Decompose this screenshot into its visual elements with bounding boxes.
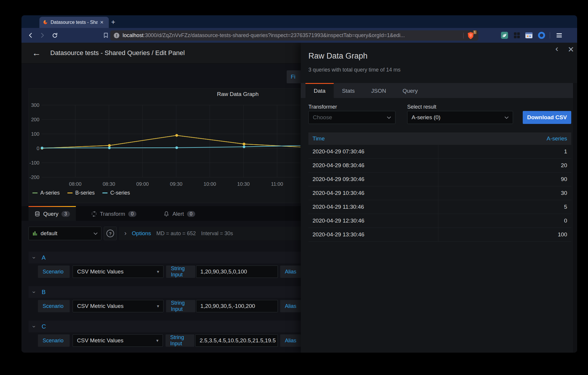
collapse-chevron-icon[interactable]: ›: [31, 326, 38, 328]
csv-values-input[interactable]: 1,20,90,30,5,-100,200: [196, 300, 278, 312]
reload-icon[interactable]: [50, 31, 59, 40]
url-path: :3000/d/ZqZnVvFZz/datasource-tests-share…: [143, 32, 405, 38]
tab-alert[interactable]: Alert 0: [158, 206, 201, 221]
extension-leaf-icon[interactable]: [501, 31, 508, 39]
svg-text:0: 0: [37, 146, 39, 151]
value-cell: 20: [438, 159, 571, 172]
collapse-chevron-icon[interactable]: ›: [31, 257, 38, 259]
svg-text:10:30: 10:30: [237, 181, 250, 187]
time-cell: 2020-04-29 12:30:46: [308, 214, 438, 228]
select-result-dropdown[interactable]: A-series (0): [407, 111, 513, 124]
time-cell: 2020-04-29 08:30:46: [308, 159, 438, 172]
drawer-tab-query[interactable]: Query: [394, 83, 426, 98]
back-arrow-icon[interactable]: ←: [32, 49, 41, 57]
svg-text:11:00: 11:00: [271, 181, 283, 187]
brave-shield-icon[interactable]: 1: [467, 32, 475, 39]
back-icon[interactable]: [26, 31, 35, 40]
panel-editor-tabs: Query 3 Transform 0 Alert 0: [21, 206, 301, 221]
legend-label: C-series: [110, 190, 130, 196]
query-row-header-c[interactable]: › C: [29, 321, 301, 332]
query-count-badge: 3: [61, 211, 70, 217]
menu-icon[interactable]: [555, 31, 563, 39]
bookmark-icon[interactable]: [101, 31, 110, 40]
chevron-right-icon[interactable]: ›: [124, 230, 126, 237]
b-series-swatch: [67, 193, 73, 193]
legend-item-c[interactable]: C-series: [102, 190, 130, 196]
panel-title[interactable]: Raw Data Graph: [217, 91, 259, 97]
edit-panel-header: ← Datasource tests - Shared Queries / Ed…: [21, 43, 301, 64]
string-input-label: String Input: [166, 266, 195, 278]
column-header-time[interactable]: Time: [308, 132, 438, 145]
transform-icon: [91, 211, 97, 217]
drawer-tab-data[interactable]: Data: [305, 83, 334, 98]
drawer-subtitle: 3 queries with total query time of 14 ms: [308, 67, 400, 73]
select-result-label: Select result: [407, 104, 436, 110]
drawer-tab-bar: Data Stats JSON Query: [301, 83, 577, 98]
caret-down-icon: ▾: [157, 269, 159, 274]
new-tab-button[interactable]: +: [111, 18, 115, 26]
value-cell: 30: [438, 186, 571, 200]
query-row-header-a[interactable]: › A: [29, 252, 301, 263]
c-series-swatch: [102, 193, 108, 193]
transformer-select[interactable]: Choose: [308, 111, 395, 124]
csv-values-input[interactable]: 2.5,3.5,4.5,10.5,20.5,21.5,19.5: [195, 334, 278, 347]
tab-query[interactable]: Query 3: [29, 206, 76, 221]
svg-text:100: 100: [31, 131, 39, 137]
url-text: localhost:3000/d/ZqZnVvFZz/datasource-te…: [123, 32, 460, 39]
help-icon: ?: [106, 230, 114, 237]
tab-label: Transform: [100, 211, 125, 217]
transformer-label: Transformer: [308, 104, 337, 110]
table-row: 2020-04-29 08:30:46 20: [308, 159, 571, 172]
caret-down-icon: ▾: [157, 303, 159, 309]
datasource-help-button[interactable]: ?: [104, 227, 117, 240]
options-toggle[interactable]: Options: [132, 230, 151, 237]
scenario-select[interactable]: CSV Metric Values▾: [73, 300, 163, 312]
browser-tab-strip: Datasource tests - Shared Queri ✕ +: [21, 15, 577, 28]
chart-panel: Raw Data Graph 3002001000-100-20008:0008…: [29, 88, 301, 203]
alias-label: Alias: [280, 334, 301, 347]
time-cell: 2020-04-29 09:30:46: [308, 172, 438, 186]
browser-tab[interactable]: Datasource tests - Shared Queri ✕: [39, 17, 109, 28]
column-header-a-series[interactable]: A-series: [438, 132, 571, 145]
inspect-drawer: ‹ ✕ Raw Data Graph 3 queries with total …: [301, 43, 577, 353]
scenario-select[interactable]: CSV Metric Values▾: [73, 266, 163, 278]
chevron-down-icon: [505, 116, 509, 119]
string-input-label: String Input: [166, 300, 195, 312]
extension-grid-icon[interactable]: [513, 31, 521, 39]
caret-down-icon: ▾: [156, 338, 159, 343]
scenario-label: Scenario: [38, 300, 70, 312]
chart-legend: A-series B-series C-series: [32, 190, 130, 196]
site-info-icon[interactable]: !: [114, 33, 119, 38]
fill-button[interactable]: Fi: [287, 70, 302, 83]
table-row: 2020-04-29 13:30:46 100: [308, 228, 571, 242]
csv-values-input[interactable]: 1,20,90,30,5,0,100: [196, 266, 278, 278]
database-icon: [34, 211, 40, 217]
scenario-value: CSV Metric Values: [77, 337, 156, 344]
drawer-close-icon[interactable]: ✕: [568, 45, 574, 54]
page-title: Datasource tests - Shared Queries / Edit…: [50, 49, 185, 57]
extension-circle-icon[interactable]: [538, 31, 545, 39]
forward-icon[interactable]: [38, 31, 47, 40]
drawer-expand-icon[interactable]: ‹: [555, 44, 558, 54]
select-result-value: A-series (0): [412, 114, 505, 121]
table-row: 2020-04-29 07:30:46 1: [308, 145, 571, 159]
transformer-placeholder: Choose: [313, 114, 387, 121]
drawer-tab-json[interactable]: JSON: [363, 83, 394, 98]
tab-transform[interactable]: Transform 0: [85, 206, 143, 221]
datasource-picker[interactable]: default: [29, 227, 101, 240]
interval-value: Interval = 30s: [201, 230, 233, 237]
download-csv-button[interactable]: Download CSV: [523, 111, 571, 124]
tab-close-icon[interactable]: ✕: [100, 20, 104, 25]
url-bar[interactable]: ! localhost:3000/d/ZqZnVvFZz/datasource-…: [110, 30, 478, 41]
extension-window-icon[interactable]: [525, 31, 533, 39]
legend-item-a[interactable]: A-series: [32, 190, 60, 196]
scenario-select[interactable]: CSV Metric Values▾: [73, 334, 163, 347]
drawer-tab-stats[interactable]: Stats: [334, 83, 363, 98]
svg-text:08:00: 08:00: [69, 181, 82, 187]
collapse-chevron-icon[interactable]: ›: [31, 291, 38, 293]
query-row-header-b[interactable]: › B: [29, 286, 301, 298]
drawer-scrollbar[interactable]: [573, 83, 577, 353]
scenario-label: Scenario: [38, 334, 70, 347]
max-data-points-value: MD = auto = 652: [156, 230, 196, 237]
legend-item-b[interactable]: B-series: [67, 190, 95, 196]
